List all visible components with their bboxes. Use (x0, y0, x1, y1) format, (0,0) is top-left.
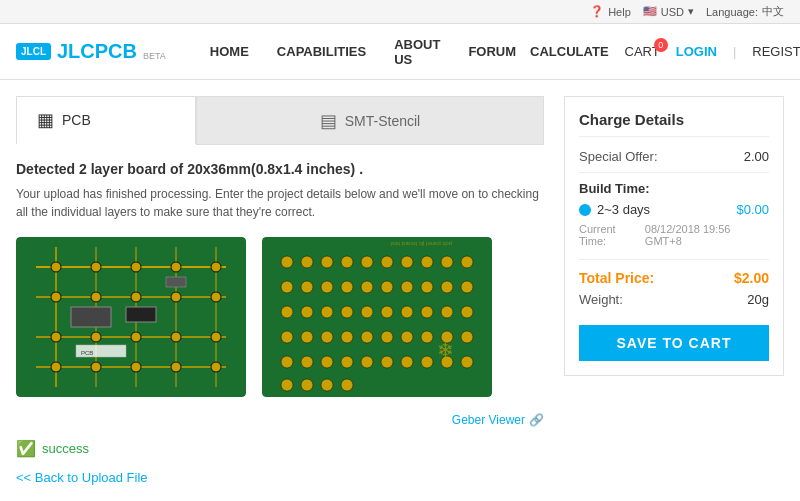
success-row: ✅ success (16, 439, 544, 458)
nav-cart[interactable]: CART 0 (625, 44, 660, 59)
svg-point-11 (91, 262, 101, 272)
logo[interactable]: JLCL JLCPCB BETA (16, 40, 166, 63)
pcb-image-front: PCB (16, 237, 246, 397)
svg-point-78 (301, 356, 313, 368)
svg-point-39 (321, 256, 333, 268)
svg-point-12 (131, 262, 141, 272)
language-label: Language: (706, 6, 758, 18)
svg-rect-32 (166, 277, 186, 287)
svg-point-48 (301, 281, 313, 293)
build-option-price: $0.00 (736, 202, 769, 217)
svg-point-20 (51, 332, 61, 342)
svg-point-71 (361, 331, 373, 343)
pcb-tab-label: PCB (62, 112, 91, 128)
svg-text:pcb panel jlc board test: pcb panel jlc board test (390, 241, 452, 247)
svg-point-80 (341, 356, 353, 368)
nav-register[interactable]: REGISTER (752, 44, 800, 59)
left-content: ▦ PCB ▤ SMT-Stencil Detected 2 layer boa… (16, 96, 544, 485)
tabs: ▦ PCB ▤ SMT-Stencil (16, 96, 544, 145)
nav-right: CALCULATE CART 0 LOGIN | REGISTER (530, 44, 800, 59)
svg-point-56 (461, 281, 473, 293)
svg-point-22 (131, 332, 141, 342)
language-item[interactable]: Language: 中文 (706, 4, 784, 19)
tab-smt[interactable]: ▤ SMT-Stencil (196, 96, 544, 145)
svg-point-67 (281, 331, 293, 343)
svg-point-79 (321, 356, 333, 368)
nav-login[interactable]: LOGIN (676, 44, 717, 59)
right-panel: Charge Details Special Offer: 2.00 Build… (564, 96, 784, 485)
back-to-upload[interactable]: << Back to Upload File (16, 470, 544, 485)
svg-point-52 (381, 281, 393, 293)
svg-point-44 (421, 256, 433, 268)
svg-point-77 (281, 356, 293, 368)
svg-point-89 (321, 379, 333, 391)
svg-point-83 (401, 356, 413, 368)
svg-point-13 (171, 262, 181, 272)
svg-point-27 (131, 362, 141, 372)
total-label: Total Price: (579, 270, 654, 286)
svg-point-24 (211, 332, 221, 342)
nav-links: HOME CAPABILITIES ABOUT US FORUM (196, 24, 530, 80)
svg-point-38 (301, 256, 313, 268)
gerber-viewer-label: Geber Viewer (452, 413, 525, 427)
svg-point-82 (381, 356, 393, 368)
currency-label: USD (661, 6, 684, 18)
svg-point-54 (421, 281, 433, 293)
svg-point-19 (211, 292, 221, 302)
svg-point-29 (211, 362, 221, 372)
pcb-tab-icon: ▦ (37, 109, 54, 131)
svg-point-45 (441, 256, 453, 268)
nav-capabilities[interactable]: CAPABILITIES (263, 24, 380, 80)
svg-point-69 (321, 331, 333, 343)
svg-point-76 (461, 331, 473, 343)
gerber-viewer-icon: 🔗 (529, 413, 544, 427)
build-time-option[interactable]: 2~3 days $0.00 (579, 202, 769, 217)
svg-point-74 (421, 331, 433, 343)
main-nav: JLCL JLCPCB BETA HOME CAPABILITIES ABOUT… (0, 24, 800, 80)
pcb-images: PCB (16, 237, 544, 397)
current-time-row: Current Time: 08/12/2018 19:56 GMT+8 (579, 223, 769, 247)
svg-point-42 (381, 256, 393, 268)
top-bar: ❓ Help 🇺🇸 USD ▾ Language: 中文 (0, 0, 800, 24)
current-time-label: Current Time: (579, 223, 645, 247)
svg-point-28 (171, 362, 181, 372)
currency-item[interactable]: 🇺🇸 USD ▾ (643, 5, 694, 18)
nav-calculate[interactable]: CALCULATE (530, 44, 608, 59)
svg-point-16 (91, 292, 101, 302)
svg-point-84 (421, 356, 433, 368)
svg-text:❄: ❄ (437, 339, 454, 361)
svg-point-18 (171, 292, 181, 302)
svg-point-81 (361, 356, 373, 368)
help-label: Help (608, 6, 631, 18)
weight-value: 20g (747, 292, 769, 307)
svg-point-51 (361, 281, 373, 293)
charge-details: Charge Details Special Offer: 2.00 Build… (564, 96, 784, 376)
svg-point-60 (341, 306, 353, 318)
svg-point-23 (171, 332, 181, 342)
tab-pcb[interactable]: ▦ PCB (16, 96, 196, 145)
total-row: Total Price: $2.00 (579, 270, 769, 286)
nav-about-us[interactable]: ABOUT US (380, 24, 454, 80)
weight-row: Weight: 20g (579, 292, 769, 307)
logo-beta: BETA (143, 51, 166, 61)
success-text: success (42, 441, 89, 456)
weight-label: Weight: (579, 292, 623, 307)
svg-point-43 (401, 256, 413, 268)
help-icon: ❓ (590, 5, 604, 18)
help-item[interactable]: ❓ Help (590, 5, 631, 18)
smt-tab-label: SMT-Stencil (345, 113, 420, 129)
language-value: 中文 (762, 4, 784, 19)
svg-point-25 (51, 362, 61, 372)
nav-divider: | (733, 44, 736, 59)
current-time-value: 08/12/2018 19:56 GMT+8 (645, 223, 769, 247)
nav-forum[interactable]: FORUM (454, 24, 530, 80)
svg-point-15 (51, 292, 61, 302)
nav-home[interactable]: HOME (196, 24, 263, 80)
svg-point-68 (301, 331, 313, 343)
svg-point-46 (461, 256, 473, 268)
svg-point-86 (461, 356, 473, 368)
special-offer-row: Special Offer: 2.00 (579, 149, 769, 164)
save-to-cart-button[interactable]: SAVE TO CART (579, 325, 769, 361)
svg-point-63 (401, 306, 413, 318)
gerber-viewer-link[interactable]: Geber Viewer 🔗 (16, 413, 544, 427)
